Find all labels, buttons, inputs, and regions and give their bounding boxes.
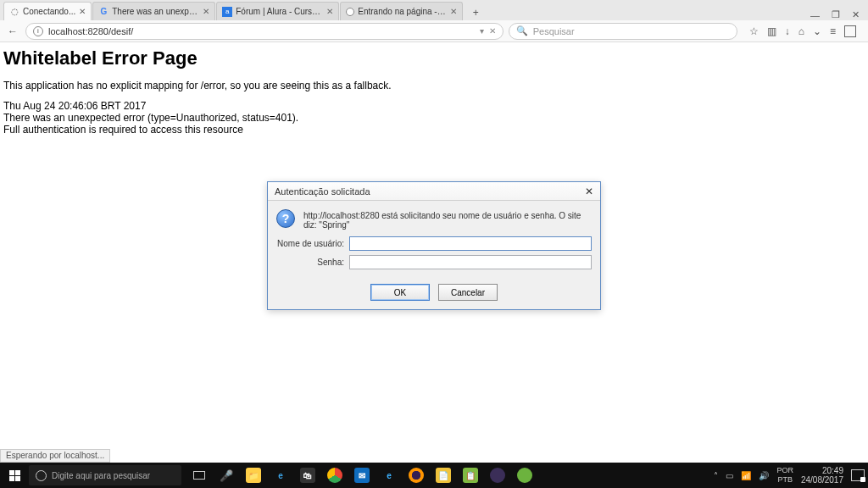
password-label: Senha:	[276, 258, 349, 267]
firefox-icon[interactable]	[403, 463, 429, 488]
downloads-icon[interactable]: ↓	[785, 25, 790, 37]
auth-dialog: Autenticação solicitada ✕ ? http://local…	[267, 181, 601, 310]
close-icon[interactable]: ✕	[326, 7, 333, 16]
taskbar-apps: 🎤 📁 e 🛍 ✉ e 📄 📋	[186, 463, 537, 488]
start-button[interactable]	[0, 463, 29, 488]
clock[interactable]: 20:49 24/08/2017	[801, 466, 843, 485]
cortana-icon	[36, 470, 47, 481]
task-view-icon[interactable]	[186, 463, 212, 488]
tab-label: There was an unexpected er	[112, 7, 199, 16]
cortana-placeholder: Digite aqui para pesquisar	[52, 471, 150, 480]
address-bar[interactable]: i localhost:8280/desif/ ▾ ✕	[25, 23, 504, 40]
maximize-icon[interactable]: ❐	[832, 9, 840, 20]
close-icon[interactable]: ✕	[585, 186, 593, 197]
password-input[interactable]	[349, 255, 592, 269]
close-icon[interactable]: ✕	[203, 7, 209, 16]
page-content: Whitelabel Error Page This application h…	[0, 42, 868, 141]
timestamp: Thu Aug 24 20:46:06 BRT 2017	[3, 100, 865, 112]
pocket-icon[interactable]: ⌄	[813, 25, 821, 37]
dialog-buttons: OK Cancelar	[268, 277, 600, 309]
browser-tab-1[interactable]: ◌ Conectando... ✕	[3, 2, 92, 20]
tab-label: Fórum | Alura - Cursos onlin	[236, 7, 323, 16]
tab-label: Conectando...	[23, 7, 75, 16]
tab-label: Entrando na página - Progra	[358, 7, 447, 16]
system-tray: ˄ ▭ 📶 🔊 POR PTB 20:49 24/08/2017	[714, 466, 868, 485]
error-line: There was an unexpected error (type=Unau…	[3, 112, 865, 124]
mic-icon[interactable]: 🎤	[214, 463, 239, 488]
close-icon[interactable]: ✕	[450, 7, 457, 16]
clear-icon[interactable]: ✕	[489, 26, 496, 36]
spring-icon[interactable]	[512, 463, 537, 488]
tray-chevron-icon[interactable]: ˄	[714, 471, 718, 480]
cortana-search[interactable]: Digite aqui para pesquisar	[29, 465, 181, 485]
username-label: Nome de usuário:	[276, 239, 349, 248]
username-input[interactable]	[349, 236, 592, 251]
dialog-message: http://localhost:8280 está solicitando s…	[303, 209, 592, 230]
home-icon[interactable]: ⌂	[798, 25, 804, 37]
minimize-icon[interactable]: —	[810, 10, 820, 20]
back-button[interactable]: ←	[5, 24, 20, 39]
menu-icon[interactable]: ≡	[830, 25, 836, 37]
question-icon: ?	[276, 209, 295, 228]
explorer-icon[interactable]: 📁	[241, 463, 266, 488]
dropdown-icon[interactable]: ▾	[480, 26, 484, 36]
wifi-icon[interactable]: 📶	[741, 471, 751, 480]
search-bar[interactable]: 🔍 Pesquisar	[509, 23, 737, 40]
language-indicator[interactable]: POR PTB	[776, 466, 793, 485]
volume-icon[interactable]: 🔊	[759, 471, 769, 480]
search-placeholder: Pesquisar	[533, 26, 575, 36]
browser-tab-4[interactable]: Entrando na página - Progra ✕	[340, 2, 463, 20]
loading-icon: ◌	[9, 7, 19, 17]
window-controls: — ❐ ✕	[810, 9, 868, 20]
notes-icon[interactable]: 📋	[458, 463, 483, 488]
browser-toolbar: ← i localhost:8280/desif/ ▾ ✕ 🔍 Pesquisa…	[0, 20, 868, 42]
site-icon	[346, 8, 354, 16]
fallback-message: This application has no explicit mapping…	[3, 80, 865, 92]
dialog-body: ? http://localhost:8280 está solicitando…	[268, 201, 600, 277]
close-window-icon[interactable]: ✕	[852, 9, 860, 20]
windows-icon	[9, 470, 20, 481]
new-tab-button[interactable]: +	[467, 5, 484, 20]
status-bar: Esperando por localhost...	[0, 449, 110, 463]
browser-tab-2[interactable]: G There was an unexpected er ✕	[92, 2, 215, 20]
addon-icon[interactable]	[844, 25, 856, 37]
page-title: Whitelabel Error Page	[3, 47, 865, 69]
dialog-title-text: Autenticação solicitada	[275, 186, 370, 197]
mail-icon[interactable]: ✉	[349, 463, 375, 488]
eclipse-icon[interactable]	[485, 463, 510, 488]
bookmark-icon[interactable]: ☆	[749, 25, 759, 37]
edge-icon[interactable]: e	[268, 463, 293, 488]
cancel-button[interactable]: Cancelar	[438, 284, 498, 301]
url-text: localhost:8280/desif/	[48, 26, 475, 36]
battery-icon[interactable]: ▭	[726, 471, 733, 480]
windows-taskbar: Digite aqui para pesquisar 🎤 📁 e 🛍 ✉ e 📄…	[0, 463, 868, 488]
toolbar-actions: ☆ ▥ ↓ ⌂ ⌄ ≡	[743, 25, 863, 37]
ok-button[interactable]: OK	[370, 284, 430, 301]
browser-tab-bar: ◌ Conectando... ✕ G There was an unexpec…	[0, 0, 868, 20]
ie-icon[interactable]: e	[376, 463, 402, 488]
search-icon: 🔍	[516, 25, 528, 36]
library-icon[interactable]: ▥	[767, 25, 776, 37]
doc-icon[interactable]: 📄	[431, 463, 456, 488]
error-detail: Full authentication is required to acces…	[3, 124, 865, 136]
browser-tab-3[interactable]: a Fórum | Alura - Cursos onlin ✕	[216, 2, 339, 20]
info-icon[interactable]: i	[33, 26, 43, 36]
close-icon[interactable]: ✕	[79, 7, 86, 16]
google-icon: G	[98, 7, 108, 17]
store-icon[interactable]: 🛍	[295, 463, 320, 488]
dialog-titlebar[interactable]: Autenticação solicitada ✕	[268, 182, 600, 201]
chrome-icon[interactable]	[322, 463, 348, 488]
notifications-icon[interactable]	[851, 469, 865, 481]
alura-icon: a	[222, 7, 232, 17]
